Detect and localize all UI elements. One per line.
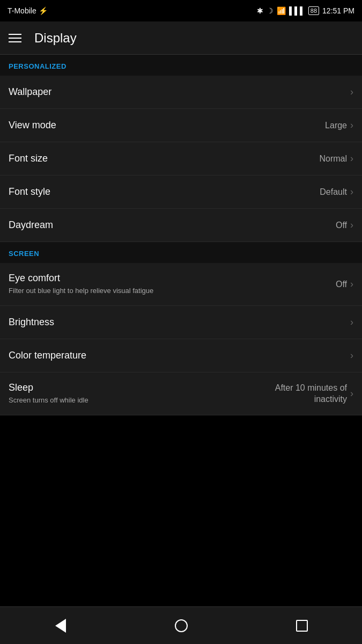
item-left-font-size: Font size: [9, 153, 319, 164]
app-header: Display: [0, 21, 362, 55]
settings-item-brightness[interactable]: Brightness ›: [0, 306, 362, 339]
item-left-font-style: Font style: [9, 186, 320, 197]
chevron-icon-daydream: ›: [350, 219, 353, 231]
font-size-value: Normal: [319, 154, 347, 164]
daydream-label: Daydream: [9, 219, 336, 231]
personalized-list: Wallpaper › View mode Large › Font size …: [0, 76, 362, 242]
chevron-icon-font-style: ›: [350, 186, 353, 197]
hamburger-line-3: [9, 41, 21, 42]
item-left-eye-comfort: Eye comfort Filter out blue light to hel…: [9, 273, 336, 296]
item-left-view-mode: View mode: [9, 120, 325, 131]
chevron-icon-eye-comfort: ›: [350, 279, 353, 290]
battery-level: 88: [311, 8, 317, 14]
wifi-icon: 📶: [277, 6, 286, 15]
signal-icon: ▌▌▌: [289, 6, 305, 15]
sleep-label: Sleep: [9, 382, 250, 393]
brightness-label: Brightness: [9, 317, 350, 328]
item-right-view-mode: Large ›: [325, 120, 353, 131]
settings-item-font-size[interactable]: Font size Normal ›: [0, 142, 362, 175]
recents-button[interactable]: [289, 612, 315, 639]
sleep-value: After 10 minutes of inactivity: [250, 383, 347, 405]
settings-item-wallpaper[interactable]: Wallpaper ›: [0, 76, 362, 109]
item-right-font-size: Normal ›: [319, 153, 353, 164]
item-right-eye-comfort: Off ›: [336, 279, 353, 290]
color-temperature-label: Color temperature: [9, 350, 350, 361]
eye-comfort-label: Eye comfort: [9, 273, 336, 284]
view-mode-value: Large: [325, 121, 347, 130]
item-right-color-temperature: ›: [350, 350, 353, 361]
item-right-font-style: Default ›: [320, 186, 353, 197]
status-bar: T-Mobile ⚡ ✱ ☽ 📶 ▌▌▌ 88 12:51 PM: [0, 0, 362, 21]
daydream-value: Off: [336, 221, 347, 230]
recents-icon: [296, 620, 308, 632]
settings-item-eye-comfort[interactable]: Eye comfort Filter out blue light to hel…: [0, 263, 362, 306]
settings-item-view-mode[interactable]: View mode Large ›: [0, 109, 362, 142]
time-display: 12:51 PM: [322, 6, 354, 15]
status-icons: ✱ ☽ 📶 ▌▌▌ 88 12:51 PM: [257, 6, 354, 15]
back-icon: [55, 619, 66, 633]
battery-indicator: 88: [308, 6, 319, 15]
item-left-brightness: Brightness: [9, 317, 350, 328]
eye-comfort-value: Off: [336, 280, 347, 289]
lightning-icon: ⚡: [39, 6, 48, 15]
navigation-bar: [0, 606, 362, 644]
font-style-value: Default: [320, 187, 347, 197]
chevron-icon-brightness: ›: [350, 317, 353, 328]
item-right-daydream: Off ›: [336, 219, 353, 231]
sleep-subtitle: Screen turns off while idle: [9, 396, 191, 405]
hamburger-menu-button[interactable]: [9, 34, 21, 42]
item-left-sleep: Sleep Screen turns off while idle: [9, 382, 250, 405]
carrier-name: T-Mobile: [8, 6, 36, 15]
chevron-icon-color-temperature: ›: [350, 350, 353, 361]
settings-item-font-style[interactable]: Font style Default ›: [0, 175, 362, 209]
settings-item-daydream[interactable]: Daydream Off ›: [0, 209, 362, 242]
chevron-icon-font-size: ›: [350, 153, 353, 164]
view-mode-label: View mode: [9, 120, 325, 131]
font-style-label: Font style: [9, 186, 320, 197]
settings-item-color-temperature[interactable]: Color temperature ›: [0, 339, 362, 372]
wallpaper-label: Wallpaper: [9, 86, 350, 98]
chevron-icon-view-mode: ›: [350, 120, 353, 131]
hamburger-line-2: [9, 38, 21, 39]
font-size-label: Font size: [9, 153, 319, 164]
eye-comfort-subtitle: Filter out blue light to help relieve vi…: [9, 286, 191, 296]
carrier-info: T-Mobile ⚡: [8, 6, 48, 15]
section-header-personalized: PERSONALIZED: [0, 55, 362, 76]
bottom-spacer: [0, 415, 362, 453]
section-header-screen: SCREEN: [0, 242, 362, 263]
hamburger-line-1: [9, 34, 21, 35]
item-right-wallpaper: ›: [350, 86, 353, 98]
moon-icon: ☽: [267, 6, 274, 15]
settings-item-sleep[interactable]: Sleep Screen turns off while idle After …: [0, 372, 362, 415]
item-left-daydream: Daydream: [9, 219, 336, 231]
home-icon: [175, 619, 188, 632]
screen-list: Eye comfort Filter out blue light to hel…: [0, 263, 362, 415]
home-button[interactable]: [168, 612, 195, 639]
item-left-wallpaper: Wallpaper: [9, 86, 350, 98]
item-right-brightness: ›: [350, 317, 353, 328]
bluetooth-icon: ✱: [257, 6, 263, 15]
page-title: Display: [34, 31, 77, 46]
settings-content: PERSONALIZED Wallpaper › View mode Large…: [0, 55, 362, 415]
chevron-icon-wallpaper: ›: [350, 86, 353, 98]
back-button[interactable]: [47, 612, 74, 639]
chevron-icon-sleep: ›: [350, 388, 353, 399]
item-left-color-temperature: Color temperature: [9, 350, 350, 361]
item-right-sleep: After 10 minutes of inactivity ›: [250, 383, 353, 405]
